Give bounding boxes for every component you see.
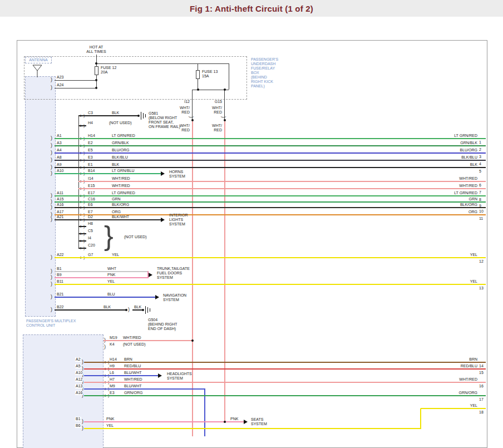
wire-color-label: BLK/WHT bbox=[112, 215, 129, 219]
hot-at-all-times-label: HOT AT ALL TIMES bbox=[80, 45, 113, 54]
connector-pin-label: E1 bbox=[88, 163, 93, 167]
wire-color-label-right: YEL bbox=[470, 253, 477, 257]
pin-label: B1 bbox=[75, 417, 81, 421]
pin-bus-line bbox=[78, 116, 79, 248]
connector-pin-label: C20 bbox=[88, 243, 95, 248]
wire-color-label-right: GRN/ORG bbox=[459, 391, 477, 395]
wire-line bbox=[78, 115, 139, 116]
wire-color-label: LT GRN/RED bbox=[112, 191, 135, 195]
title-bar: Fig 1: Anti-theft Circuit (1 of 2) bbox=[0, 0, 503, 17]
wire-line bbox=[55, 195, 486, 196]
pin-connector-icon: ) bbox=[51, 205, 52, 210]
wire-color-label: GRN/BLK bbox=[112, 141, 129, 145]
branch-arrow-icon bbox=[161, 218, 165, 222]
wire-color-label-right: ORG bbox=[469, 210, 477, 214]
circuit-number: 14 bbox=[479, 364, 484, 368]
circuit-number: 4 bbox=[479, 162, 481, 166]
system-label: INTERIOR LIGHTS SYSTEM bbox=[169, 213, 188, 227]
wire-line bbox=[55, 145, 486, 146]
pin-label: A12 bbox=[75, 377, 83, 382]
fuse-relay-box-note: PASSENGER'S UNDERDASH FUSE/RELAY BOX (BE… bbox=[251, 57, 278, 88]
connector-pin-label: E5 bbox=[88, 148, 93, 152]
connector-pin-label: E6 bbox=[88, 203, 93, 207]
connector-icon: ) bbox=[104, 344, 106, 349]
circuit-number: 7 bbox=[479, 190, 481, 195]
circuit-number: 3 bbox=[479, 155, 481, 159]
wire-line bbox=[84, 388, 205, 390]
pin-connector-icon: ) bbox=[51, 193, 52, 198]
bus-riser bbox=[229, 63, 229, 90]
wire-line bbox=[55, 271, 148, 272]
wire-color-label: WHT/RED bbox=[123, 336, 141, 340]
wire-color-label: BLK bbox=[112, 163, 119, 167]
circuit-number: 10 bbox=[479, 209, 484, 214]
wire-color-label-right: BLK/ORG bbox=[460, 203, 477, 207]
system-label: NAVIGATION SYSTEM bbox=[163, 293, 186, 302]
circuit-number: 1 bbox=[479, 140, 481, 145]
connector-pin-label: C16 bbox=[88, 197, 95, 201]
system-label: SEATS SYSTEM bbox=[251, 417, 267, 426]
wire-color-label-right: GRN bbox=[469, 197, 477, 201]
pin-label: A2 bbox=[75, 357, 81, 362]
wire-color-label: PNK bbox=[106, 417, 114, 421]
branch-arrow-icon bbox=[161, 171, 165, 176]
wire-color-label: PNK bbox=[230, 417, 238, 421]
wire-line bbox=[84, 428, 421, 429]
pin-connector-icon: ) bbox=[82, 360, 83, 365]
pin-label: B6 bbox=[75, 424, 81, 428]
connector-pin-label: E3 bbox=[110, 391, 115, 395]
wire-line bbox=[103, 340, 193, 341]
pin-connector-icon: ) bbox=[51, 307, 52, 312]
circuit-number: 17 bbox=[479, 397, 484, 402]
multiplex-unit-label: PASSENGER'S MULTIPLEX CONTROL UNIT bbox=[26, 319, 76, 328]
wire-line bbox=[78, 240, 86, 242]
system-label: HEADLIGHTS SYSTEM bbox=[167, 372, 192, 381]
connector-pin-label: E2 bbox=[88, 141, 93, 145]
pin-connector-icon: ) bbox=[51, 143, 52, 148]
wire-line bbox=[55, 173, 161, 174]
connector-icon: ) bbox=[221, 116, 226, 118]
pin-label: A9 bbox=[57, 163, 62, 167]
i12-drop bbox=[192, 90, 193, 120]
multiplex-control-unit-box-2 bbox=[23, 334, 103, 448]
branch-arrow-icon bbox=[155, 295, 159, 299]
circuit-number: 15 bbox=[479, 371, 484, 375]
wire-color-label: WHT/ RED bbox=[204, 124, 222, 132]
connector-pin-label: B14 bbox=[88, 169, 95, 173]
pin-label: A3 bbox=[57, 141, 62, 145]
not-used-label: (NOT USED) bbox=[109, 121, 132, 125]
wire-line bbox=[55, 277, 148, 278]
pin-label: A13 bbox=[75, 384, 83, 388]
wire-color-label: WHT/RED bbox=[112, 184, 130, 188]
wire-color-label: GRN/ORG bbox=[124, 391, 142, 395]
not-used-label: (NOT USED) bbox=[123, 342, 146, 347]
wire-line bbox=[84, 375, 158, 376]
pin-label: B21 bbox=[57, 292, 63, 297]
junction-dot bbox=[137, 115, 140, 117]
connector-pin-label: M9 bbox=[110, 384, 115, 388]
pin-label: A24 bbox=[57, 83, 63, 87]
connector-pin-label: H9 bbox=[110, 364, 115, 368]
wire-color-label-right: GRN/BLK bbox=[460, 141, 477, 145]
connector-pin-label: M19 bbox=[110, 336, 117, 340]
g15-drop bbox=[224, 90, 225, 120]
wire-line bbox=[84, 421, 244, 422]
pin-connector-icon: ) bbox=[51, 136, 52, 141]
connector-pin-label: I4 bbox=[88, 236, 91, 240]
junction-dot bbox=[224, 88, 226, 91]
wire-color-label: LT GRN/BLU bbox=[112, 169, 135, 173]
wire-color-label-right: BLU/ORG bbox=[460, 148, 477, 152]
wire-color-label-right: BLK bbox=[470, 163, 477, 167]
pin-label: A16 bbox=[57, 203, 63, 207]
branch-arrow-icon bbox=[244, 420, 248, 424]
wire-line bbox=[421, 408, 486, 409]
wire-color-label-right: WHT/RED bbox=[459, 176, 477, 181]
wire-color-label-right: YEL bbox=[470, 403, 477, 408]
wire-color-label: BLU/WHT bbox=[124, 371, 142, 375]
connector-pin-label: L6 bbox=[110, 371, 114, 375]
diagram-panel: ANTENNA PASSENGER'S UNDERDASH FUSE/RELAY… bbox=[17, 40, 487, 448]
circuit-number: 12 bbox=[479, 259, 484, 264]
wire-line bbox=[55, 138, 486, 139]
wire-line bbox=[78, 125, 86, 126]
connector-pin-label: C5 bbox=[88, 229, 93, 233]
